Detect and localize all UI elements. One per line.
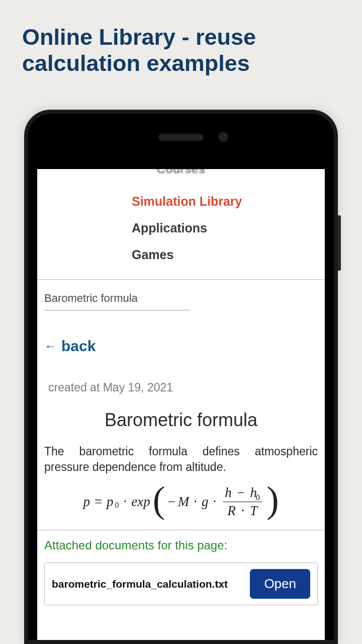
- nav-item-games[interactable]: Games: [37, 242, 325, 268]
- document-body: The barometric formula defines atmospher…: [37, 431, 325, 475]
- back-link[interactable]: ← back: [37, 310, 325, 355]
- nav-item-applications[interactable]: Applications: [37, 215, 325, 242]
- back-arrow-icon: ←: [44, 339, 56, 353]
- app-screen: Courses Simulation Library Applications …: [37, 169, 325, 640]
- phone-frame: Courses Simulation Library Applications …: [24, 110, 338, 644]
- attached-section: Attached documents for this page: barome…: [37, 530, 325, 605]
- phone-camera: [218, 132, 228, 142]
- phone-bezel: Courses Simulation Library Applications …: [28, 114, 334, 640]
- promo-title: Online Library - reuse calculation examp…: [0, 0, 362, 76]
- attachment-filename: barometric_formula_calculation.txt: [52, 578, 228, 590]
- nav-section: Courses Simulation Library Applications …: [37, 169, 325, 280]
- created-at: created at May 19, 2021: [37, 355, 325, 394]
- attached-label: Attached documents for this page:: [44, 538, 318, 552]
- nav-item-truncated[interactable]: Courses: [37, 169, 325, 175]
- attachment-row: barometric_formula_calculation.txt Open: [44, 562, 318, 605]
- breadcrumb[interactable]: Barometric formula: [44, 292, 190, 310]
- phone-speaker: [158, 134, 204, 141]
- open-button[interactable]: Open: [250, 569, 310, 599]
- nav-item-simulation-library[interactable]: Simulation Library: [37, 188, 325, 215]
- breadcrumb-area: Barometric formula: [37, 280, 325, 310]
- phone-side-button: [338, 215, 341, 271]
- formula: p = p0 · exp ( −M · g · h − h0 R · T ): [37, 475, 325, 530]
- back-label: back: [61, 338, 96, 355]
- document-title: Barometric formula: [37, 394, 325, 431]
